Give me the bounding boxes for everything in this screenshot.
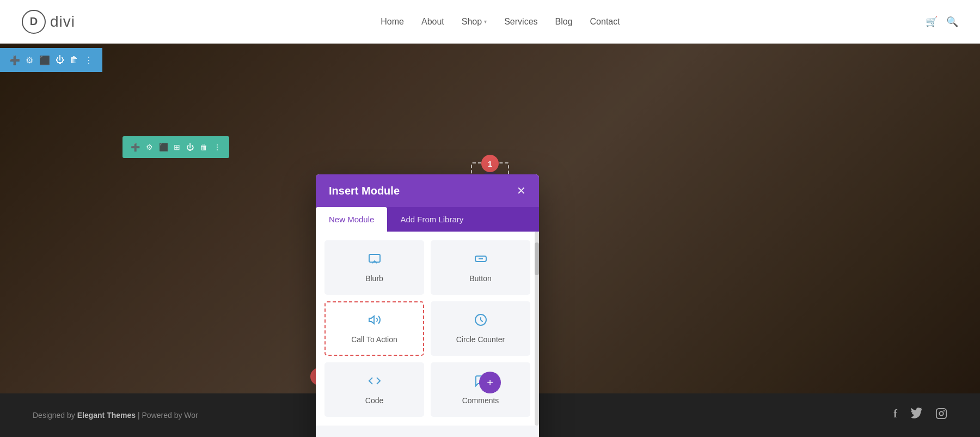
nav-icons: 🛒 🔍 — [926, 16, 958, 28]
nav-contact[interactable]: Contact — [590, 17, 620, 27]
module-circle-counter[interactable]: Circle Counter — [431, 301, 530, 356]
module-comments[interactable]: Comments — [431, 362, 530, 417]
call-to-action-label: Call To Action — [351, 335, 397, 344]
section-add-icon[interactable]: ➕ — [9, 55, 20, 65]
section-power-icon[interactable]: ⏻ — [56, 55, 64, 65]
module-add-icon[interactable]: ➕ — [131, 143, 140, 151]
bottom-add-button[interactable]: + — [479, 372, 501, 393]
svg-rect-0 — [936, 409, 946, 418]
footer-social: f — [893, 408, 947, 423]
module-grid-icon[interactable]: ⊞ — [174, 143, 180, 151]
logo-circle: D — [22, 10, 46, 34]
circle-counter-label: Circle Counter — [456, 335, 505, 344]
module-contact-form[interactable] — [324, 432, 424, 437]
nav-shop[interactable]: Shop ▾ — [462, 17, 487, 27]
tab-new-module[interactable]: New Module — [316, 207, 387, 232]
module-call-to-action[interactable]: Call To Action — [324, 301, 424, 356]
footer-prefix: Designed by — [33, 411, 77, 420]
modal-header: Insert Module ✕ — [316, 174, 539, 207]
modal-footer-modules — [316, 426, 539, 437]
code-icon — [368, 374, 381, 391]
hero-section: ➕ ⚙ ⬛ ⏻ 🗑 ⋮ ➕ ⚙ ⬛ ⊞ ⏻ 🗑 ⋮ 1 + Designed b… — [0, 44, 980, 437]
section-resize-icon[interactable]: ⬛ — [39, 55, 50, 65]
main-nav: Home About Shop ▾ Services Blog Contact — [381, 17, 620, 27]
section-more-icon[interactable]: ⋮ — [84, 55, 93, 65]
module-blurb[interactable]: Blurb — [324, 240, 424, 295]
button-label: Button — [469, 274, 491, 283]
call-to-action-icon — [368, 313, 381, 330]
nav-home[interactable]: Home — [381, 17, 404, 27]
nav-services[interactable]: Services — [504, 17, 537, 27]
section-toolbar[interactable]: ➕ ⚙ ⬛ ⏻ 🗑 ⋮ — [0, 48, 102, 72]
module-settings-icon[interactable]: ⚙ — [146, 143, 153, 151]
logo[interactable]: D divi — [22, 10, 75, 34]
module-grid: Blurb Button Call To Action — [316, 232, 539, 426]
modal-title: Insert Module — [329, 185, 400, 197]
code-label: Code — [365, 396, 383, 405]
modal-scrollbar[interactable] — [535, 232, 539, 426]
blurb-label: Blurb — [365, 274, 383, 283]
module-code[interactable]: Code — [324, 362, 424, 417]
footer-credit: Designed by Elegant Themes | Powered by … — [33, 411, 198, 420]
module-more-icon[interactable]: ⋮ — [213, 143, 221, 151]
section-delete-icon[interactable]: 🗑 — [70, 55, 78, 65]
twitter-icon[interactable] — [910, 408, 922, 423]
facebook-icon[interactable]: f — [893, 408, 897, 423]
site-header: D divi Home About Shop ▾ Services Blog C… — [0, 0, 980, 44]
module-toolbar[interactable]: ➕ ⚙ ⬛ ⊞ ⏻ 🗑 ⋮ — [122, 136, 229, 158]
shop-chevron: ▾ — [484, 19, 487, 25]
tab-add-from-library[interactable]: Add From Library — [387, 207, 476, 232]
modal-scrollbar-thumb — [535, 242, 539, 275]
nav-blog[interactable]: Blog — [555, 17, 573, 27]
module-button[interactable]: Button — [431, 240, 530, 295]
button-icon — [474, 252, 487, 269]
logo-letter: D — [30, 15, 38, 28]
insert-module-modal[interactable]: Insert Module ✕ New Module Add From Libr… — [316, 174, 539, 437]
module-delete-icon[interactable]: 🗑 — [200, 143, 207, 151]
search-icon[interactable]: 🔍 — [946, 16, 958, 28]
instagram-icon[interactable] — [935, 408, 947, 423]
logo-text: divi — [50, 13, 75, 31]
footer-powered-by: Powered by Wor — [142, 411, 198, 420]
modal-tabs: New Module Add From Library — [316, 207, 539, 232]
footer-separator: | — [138, 411, 142, 420]
step-badge-1: 1 — [481, 155, 499, 172]
cart-icon[interactable]: 🛒 — [926, 16, 938, 28]
blurb-icon — [368, 252, 381, 269]
svg-point-1 — [939, 411, 943, 415]
module-power-icon[interactable]: ⏻ — [186, 143, 194, 151]
svg-point-2 — [944, 411, 945, 411]
module-resize-icon[interactable]: ⬛ — [159, 143, 168, 151]
svg-marker-5 — [369, 316, 374, 324]
nav-about[interactable]: About — [421, 17, 444, 27]
comments-label: Comments — [462, 396, 499, 405]
footer-elegant-themes: Elegant Themes — [77, 411, 136, 420]
modal-close-button[interactable]: ✕ — [517, 184, 526, 197]
section-settings-icon[interactable]: ⚙ — [26, 55, 33, 65]
module-countdown[interactable] — [431, 432, 530, 437]
circle-counter-icon — [474, 313, 487, 330]
